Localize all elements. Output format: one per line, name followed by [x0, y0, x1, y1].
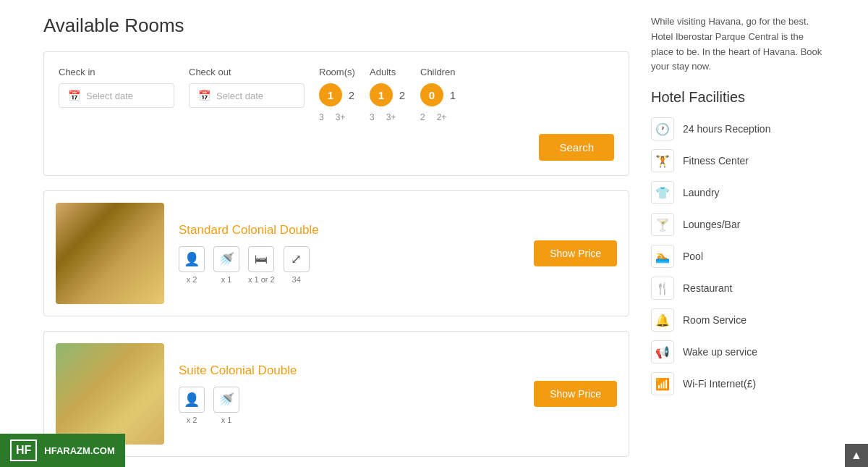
page-wrapper: Available Rooms Check in 📅 Select date C — [0, 0, 868, 467]
rooms-group: Room(s) 1 2 3 3+ — [319, 67, 355, 122]
facility-label: Pool — [683, 251, 703, 262]
room-icon-box: 🛏 — [248, 246, 274, 272]
room-icons: 👤x 2🚿x 1🛏x 1 or 2⤢34 — [179, 246, 519, 284]
facility-item: 📢Wake up service — [651, 340, 825, 363]
room-icon-item: 🛏x 1 or 2 — [248, 246, 275, 284]
facility-icon: 🏋 — [651, 149, 674, 172]
facility-icon: 🏊 — [651, 245, 674, 268]
facility-icon: 👕 — [651, 181, 674, 204]
rooms-value[interactable]: 1 — [319, 83, 342, 106]
facility-item: 🏊Pool — [651, 245, 825, 268]
main-content: Available Rooms Check in 📅 Select date C — [0, 0, 868, 467]
room-icon-box: 👤 — [179, 387, 205, 413]
room-image — [56, 343, 164, 445]
room-image — [56, 203, 164, 304]
children-next: 1 — [449, 89, 456, 101]
facility-icon: 📢 — [651, 340, 674, 363]
room-name: Suite Colonial Double — [179, 363, 519, 378]
room-icon-item: 🚿x 1 — [213, 246, 239, 284]
facility-item: 📶Wi-Fi Internet(£) — [651, 372, 825, 395]
facility-label: Lounges/Bar — [683, 219, 740, 230]
adults-group: Adults 1 2 3 3+ — [370, 67, 406, 122]
room-icon-box: 🚿 — [213, 246, 239, 272]
adults-value[interactable]: 1 — [370, 83, 393, 106]
facility-icon: 📶 — [651, 372, 674, 395]
room-icon-label: x 2 — [187, 275, 197, 284]
right-panel: While visiting Havana, go for the best. … — [651, 14, 825, 467]
room-icons: 👤x 2🚿x 1 — [179, 387, 519, 424]
room-card: Suite Colonial Double👤x 2🚿x 1Show Price — [43, 331, 629, 457]
search-btn-row: Search — [59, 134, 614, 161]
page-title: Available Rooms — [43, 14, 629, 37]
rooms-3plus: 3+ — [336, 112, 346, 122]
checkin-group: Check in 📅 Select date — [59, 67, 174, 108]
facility-label: Room Service — [683, 314, 746, 326]
children-2: 2 — [420, 112, 425, 122]
checkin-input[interactable]: 📅 Select date — [59, 83, 174, 108]
facility-item: 🕐24 hours Reception — [651, 117, 825, 140]
room-info: Suite Colonial Double👤x 2🚿x 1 — [179, 363, 519, 424]
room-icon-item: 🚿x 1 — [213, 387, 239, 424]
rooms-next: 2 — [348, 89, 355, 101]
room-icon-label: x 1 — [221, 416, 232, 424]
facility-icon: 🕐 — [651, 117, 674, 140]
room-icon-label: x 1 — [221, 275, 232, 284]
calendar-icon: 📅 — [68, 90, 80, 101]
children-value[interactable]: 0 — [420, 83, 443, 106]
room-info: Standard Colonial Double👤x 2🚿x 1🛏x 1 or … — [179, 223, 519, 284]
hotel-description: While visiting Havana, go for the best. … — [651, 14, 825, 75]
search-button[interactable]: Search — [539, 134, 614, 161]
facility-item: 👕Laundry — [651, 181, 825, 204]
hf-logo: HF — [10, 439, 37, 461]
scroll-top-button[interactable]: ▲ — [845, 444, 868, 467]
room-icon-label: x 2 — [187, 416, 197, 424]
children-group: Children 0 1 2 2+ — [420, 67, 456, 122]
show-price-button[interactable]: Show Price — [534, 240, 617, 266]
show-price-button[interactable]: Show Price — [534, 381, 617, 407]
facility-label: Laundry — [683, 187, 720, 198]
rooms-label: Room(s) — [319, 67, 355, 77]
checkout-input[interactable]: 📅 Select date — [189, 83, 305, 108]
rooms-counter-row: 1 2 — [319, 83, 355, 106]
children-counter-row: 0 1 — [420, 83, 456, 106]
room-icon-box: ⤢ — [284, 246, 310, 272]
adults-counter-row: 1 2 — [370, 83, 406, 106]
bottom-bar: HF HFARAZM.COM — [0, 434, 125, 467]
room-icon-item: 👤x 2 — [179, 387, 205, 424]
children-2plus: 2+ — [437, 112, 447, 122]
adults-label: Adults — [370, 67, 406, 77]
checkout-placeholder: Select date — [216, 91, 263, 101]
checkin-placeholder: Select date — [86, 91, 133, 101]
facility-item: 🍴Restaurant — [651, 277, 825, 300]
room-icon-label: x 1 or 2 — [248, 275, 275, 284]
facility-item: 🍸Lounges/Bar — [651, 213, 825, 236]
brand-name: HFARAZM.COM — [44, 445, 115, 456]
facility-item: 🏋Fitness Center — [651, 149, 825, 172]
facility-icon: 🍴 — [651, 277, 674, 300]
children-sub: 2 2+ — [420, 112, 456, 122]
facilities-container: 🕐24 hours Reception🏋Fitness Center👕Laund… — [651, 117, 825, 395]
room-icon-box: 👤 — [179, 246, 205, 272]
room-name: Standard Colonial Double — [179, 223, 519, 237]
search-fields: Check in 📅 Select date Check out 📅 Selec… — [59, 67, 614, 122]
adults-sub: 3 3+ — [370, 112, 406, 122]
children-label: Children — [420, 67, 456, 77]
facility-label: Restaurant — [683, 282, 732, 294]
facility-label: Fitness Center — [683, 155, 749, 167]
checkout-group: Check out 📅 Select date — [189, 67, 305, 108]
room-icon-box: 🚿 — [213, 387, 239, 413]
facility-label: Wake up service — [683, 346, 757, 358]
adults-3: 3 — [370, 112, 375, 122]
room-card: Standard Colonial Double👤x 2🚿x 1🛏x 1 or … — [43, 190, 629, 316]
room-icon-item: 👤x 2 — [179, 246, 205, 284]
room-cards-container: Standard Colonial Double👤x 2🚿x 1🛏x 1 or … — [43, 190, 629, 457]
search-box: Check in 📅 Select date Check out 📅 Selec… — [43, 51, 629, 176]
adults-3plus: 3+ — [386, 112, 396, 122]
calendar-icon-2: 📅 — [198, 90, 210, 101]
adults-next: 2 — [399, 89, 406, 101]
rooms-sub: 3 3+ — [319, 112, 355, 122]
facilities-title: Hotel Facilities — [651, 89, 825, 106]
facility-label: 24 hours Reception — [683, 123, 770, 135]
checkout-label: Check out — [189, 67, 305, 77]
rooms-3: 3 — [319, 112, 324, 122]
